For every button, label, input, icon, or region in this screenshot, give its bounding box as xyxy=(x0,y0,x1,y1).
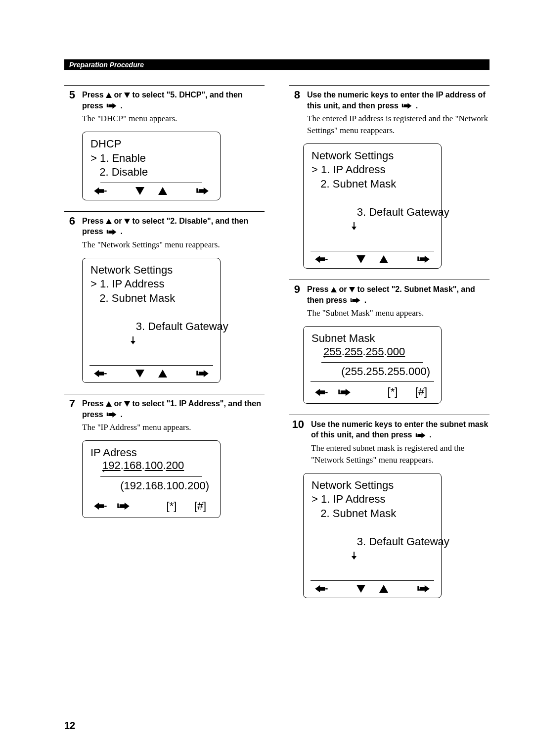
ip-octet: 168 xyxy=(124,459,142,472)
back-icon xyxy=(313,254,328,264)
step-result: The entered IP address is registered and… xyxy=(307,113,490,137)
text: Use the numeric keys to enter the subnet… xyxy=(311,420,488,439)
up-arrow-icon xyxy=(106,93,112,98)
section-header: Preparation Procedure xyxy=(64,59,490,70)
step-instruction: Press or to select "2. Disable", and the… xyxy=(82,216,265,237)
divider xyxy=(89,365,213,366)
lcd-screen-network: Network Settings > 1. IP Address 2. Subn… xyxy=(82,258,221,383)
text: 3. Default Gateway xyxy=(348,535,449,548)
up-arrow-icon xyxy=(379,585,388,593)
up-arrow-icon xyxy=(158,187,167,195)
back-icon xyxy=(92,186,107,196)
lcd-screen-network: Network Settings > 1. IP Address 2. Subn… xyxy=(303,473,442,598)
step-result: The entered subnet mask is registered an… xyxy=(311,442,490,466)
divider xyxy=(311,381,434,382)
enter-icon xyxy=(416,254,431,264)
text: Press xyxy=(82,217,106,225)
step-10: 10 Use the numeric keys to enter the sub… xyxy=(289,415,490,598)
down-arrow-icon xyxy=(349,287,355,292)
down-arrow-icon xyxy=(124,219,130,224)
lcd-footer xyxy=(90,185,212,196)
up-arrow-icon xyxy=(106,401,112,407)
divider xyxy=(321,362,423,363)
text: Press xyxy=(307,285,331,293)
step-instruction: Press or to select "2. Subnet Mask", and… xyxy=(307,284,490,305)
step-number: 10 xyxy=(289,419,304,430)
text: or xyxy=(114,91,124,99)
divider xyxy=(100,476,202,477)
step-8: 8 Use the numeric keys to enter the IP a… xyxy=(289,85,490,269)
enter-icon xyxy=(105,228,118,236)
lcd-line: 2. Subnet Mask xyxy=(312,177,433,191)
step-number: 7 xyxy=(64,398,75,409)
lcd-line: 3. Default Gateway xyxy=(90,306,212,362)
text: . xyxy=(121,101,123,110)
enter-icon xyxy=(105,411,118,419)
down-arrow-icon xyxy=(124,93,130,98)
text: 3. Default Gateway xyxy=(348,206,449,218)
divider xyxy=(311,580,434,581)
text: Press xyxy=(82,399,106,408)
down-arrow-icon xyxy=(356,585,365,593)
step-6: 6 Press or to select "2. Disable", and t… xyxy=(64,211,265,383)
lcd-title: DHCP xyxy=(90,137,212,151)
lcd-line: 2. Disable xyxy=(90,165,212,180)
step-9: 9 Press or to select "2. Subnet Mask", a… xyxy=(289,280,490,404)
lcd-screen-dhcp: DHCP > 1. Enable 2. Disable xyxy=(82,132,221,200)
scroll-down-icon xyxy=(130,336,136,345)
lcd-line: 2. Subnet Mask xyxy=(90,291,212,306)
step-result: The "Network Settings" menu reappears. xyxy=(82,239,265,251)
back-icon xyxy=(92,369,107,378)
text: or xyxy=(339,285,349,293)
lcd-footer xyxy=(90,368,212,378)
enter-icon xyxy=(337,387,352,397)
ip-octet: 255 xyxy=(323,345,342,358)
step-7: 7 Press or to select "1. IP Address", an… xyxy=(64,394,265,518)
down-arrow-icon xyxy=(356,255,365,263)
enter-icon xyxy=(195,186,210,196)
step-result: The "Subnet Mask" menu appears. xyxy=(307,307,490,319)
hash-key: [#] xyxy=(411,385,431,399)
up-arrow-icon xyxy=(379,255,388,263)
hash-key: [#] xyxy=(190,499,210,514)
saved-ip: (192.168.100.200) xyxy=(90,479,212,493)
back-icon xyxy=(92,501,107,511)
down-arrow-icon xyxy=(135,370,144,378)
enter-icon xyxy=(349,296,362,304)
down-arrow-icon xyxy=(135,187,144,195)
lcd-screen-subnet: Subnet Mask 255.255.255.000 * (255.255.2… xyxy=(303,326,442,404)
divider xyxy=(311,251,434,251)
ip-input-line: 255.255.255.000 * xyxy=(312,346,433,359)
up-arrow-icon xyxy=(331,287,337,292)
step-result: The "IP Address" menu appears. xyxy=(82,422,265,433)
ip-octet: 192 xyxy=(102,459,121,472)
text: . xyxy=(121,410,123,419)
text: or xyxy=(114,217,124,225)
lcd-title: Network Settings xyxy=(90,263,212,278)
text: Press xyxy=(82,91,106,99)
lcd-title: Network Settings xyxy=(312,478,433,493)
enter-icon xyxy=(400,102,413,110)
enter-icon xyxy=(414,431,427,439)
down-arrow-icon xyxy=(124,401,130,407)
back-icon xyxy=(313,387,328,397)
text: . xyxy=(416,101,418,110)
ip-octet: 255 xyxy=(345,345,363,358)
text: 3. Default Gateway xyxy=(127,320,228,332)
lcd-footer xyxy=(312,253,433,264)
step-instruction: Use the numeric keys to enter the IP add… xyxy=(307,90,490,111)
lcd-footer: [*] [#] xyxy=(312,384,433,399)
step-number: 5 xyxy=(64,90,75,100)
step-instruction: Use the numeric keys to enter the subnet… xyxy=(311,419,490,440)
enter-icon xyxy=(116,501,131,511)
ip-input-line: 192.168.100.200 * xyxy=(90,460,212,473)
lcd-line: > 1. IP Address xyxy=(312,163,433,177)
lcd-title: Subnet Mask xyxy=(312,331,433,346)
lcd-footer xyxy=(312,583,433,594)
ip-octet: 255 xyxy=(366,345,384,358)
lcd-footer: [*] [#] xyxy=(90,498,212,514)
lcd-line: > 1. IP Address xyxy=(90,277,212,291)
ip-octet: 200 xyxy=(166,459,184,472)
star-key: [*] xyxy=(162,499,181,514)
enter-icon xyxy=(416,584,431,594)
